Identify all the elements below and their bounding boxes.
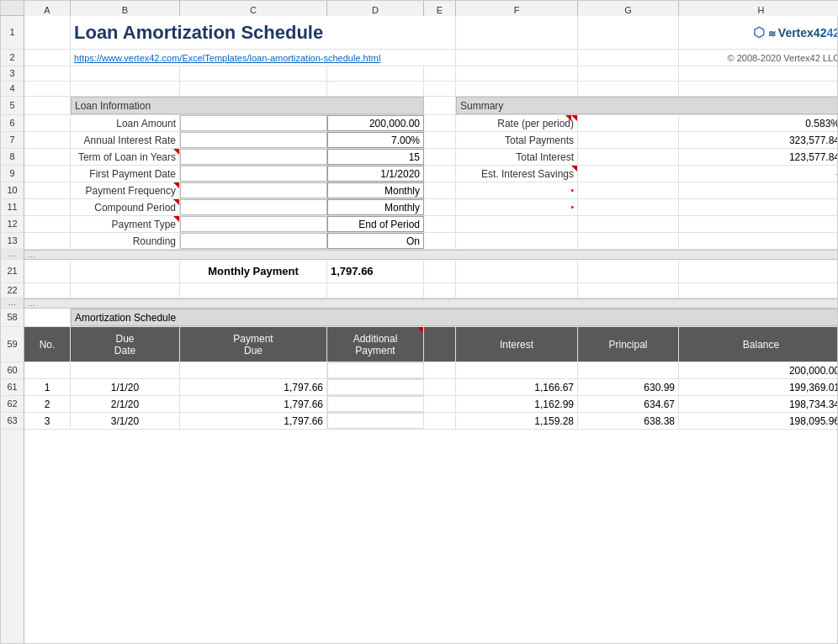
row62-interest: 1,162.99 (456, 396, 578, 412)
col-balance-header: Balance (679, 327, 837, 362)
row61-additional[interactable] (327, 379, 424, 395)
row13: Rounding On (24, 233, 837, 250)
payment-type-label: Payment Type (71, 216, 180, 232)
copyright-cell: © 2008-2020 Vertex42 LLC (679, 50, 837, 66)
row7: Annual Interest Rate 7.00% Total Payment… (24, 132, 837, 149)
row61-no: 1 (24, 379, 71, 395)
row58: Amortization Schedule (24, 309, 837, 327)
rate-value: 0.583% (679, 115, 837, 131)
col-header-h: H (679, 1, 838, 16)
annual-rate-value[interactable]: 7.00% (327, 132, 424, 148)
row63-principal: 638.38 (578, 413, 679, 429)
row63: 3 3/1/20 1,797.66 1,159.28 638.38 198,09… (24, 413, 837, 430)
row63-no: 3 (24, 413, 71, 429)
row60: 200,000.00 (24, 362, 837, 379)
est-interest-label: Est. Interest Savings (456, 166, 578, 182)
row62-additional[interactable] (327, 396, 424, 412)
monthly-payment-label: Monthly Payment (180, 260, 327, 282)
rounding-label: Rounding (71, 233, 180, 249)
col-header-f: F (456, 1, 578, 16)
payment-freq-label: Payment Frequency (71, 182, 180, 198)
row63-balance: 198,095.96 (679, 413, 837, 429)
col-header-e: E (424, 1, 456, 16)
col-no-header: No. (24, 327, 71, 362)
title-row: Loan Amortization Schedule ⬡ ≋ Vertex424… (24, 16, 837, 50)
compound-value[interactable]: Monthly (327, 199, 424, 215)
row4 (24, 82, 837, 97)
term-label: Term of Loan in Years (71, 149, 180, 165)
col-header-d: D (327, 1, 424, 16)
row62-principal: 634.67 (578, 396, 679, 412)
row9: First Payment Date 1/1/2020 Est. Interes… (24, 166, 837, 182)
monthly-payment-value: 1,797.66 (327, 260, 424, 282)
cell-f1 (456, 16, 578, 49)
logo-icon: ⬡ (753, 24, 765, 40)
col-header-a: A (24, 1, 71, 16)
row-col-corner (1, 1, 24, 16)
row10: Payment Frequency Monthly • (24, 182, 837, 199)
row61-principal: 630.99 (578, 379, 679, 395)
total-payments-value: 323,577.84 (679, 132, 837, 148)
row62: 2 2/1/20 1,797.66 1,162.99 634.67 198,73… (24, 396, 837, 413)
logo-text: ≋ Vertex4242 (768, 26, 837, 40)
rate-label: Rate (per period) (456, 115, 578, 131)
loan-info-header: Loan Information (71, 97, 424, 114)
row63-interest: 1,159.28 (456, 413, 578, 429)
first-payment-value[interactable]: 1/1/2020 (327, 166, 424, 182)
row3 (24, 66, 837, 82)
payment-freq-value[interactable]: Monthly (327, 182, 424, 198)
row22 (24, 283, 837, 298)
row63-date: 3/1/20 (71, 413, 180, 429)
amortization-header: Amortization Schedule (71, 309, 837, 326)
rounding-value[interactable]: On (327, 233, 424, 249)
first-payment-label: First Payment Date (71, 166, 180, 182)
row59-header: No. DueDate PaymentDue AdditionalPayment… (24, 327, 837, 362)
col-payment-due-header: PaymentDue (180, 327, 327, 362)
collapsed-rows-14-19: … (24, 250, 837, 260)
row-numbers: 1 2 3 4 5 6 7 8 9 10 11 12 13 … 21 22 … … (1, 16, 24, 643)
cell-g1 (578, 16, 679, 49)
col-header-g: G (578, 1, 679, 16)
cell-f2 (456, 50, 578, 66)
logo-cell: ⬡ ≋ Vertex4242 (679, 16, 837, 49)
col-additional-payment-header: AdditionalPayment (327, 327, 424, 362)
collapsed-rows-23-57: … (24, 298, 837, 309)
col-due-date-header: DueDate (71, 327, 180, 362)
col-header-b: B (71, 1, 180, 16)
row61: 1 1/1/20 1,797.66 1,166.67 630.99 199,36… (24, 379, 837, 396)
link-row: https://www.vertex42.com/ExcelTemplates/… (24, 50, 837, 66)
row61-interest: 1,166.67 (456, 379, 578, 395)
row12: Payment Type End of Period (24, 216, 837, 233)
title-cell: Loan Amortization Schedule (71, 16, 456, 49)
summary-header: Summary (456, 97, 837, 114)
annual-rate-label: Annual Interest Rate (71, 132, 180, 148)
row11: Compound Period Monthly • (24, 199, 837, 216)
row62-no: 2 (24, 396, 71, 412)
loan-amount-value[interactable]: 200,000.00 (327, 115, 424, 131)
payment-type-value[interactable]: End of Period (327, 216, 424, 232)
col-principal-header: Principal (578, 327, 679, 362)
total-payments-label: Total Payments (456, 132, 578, 148)
cell-g2 (578, 50, 679, 66)
row5: Loan Information Summary (24, 97, 837, 115)
row61-payment: 1,797.66 (180, 379, 327, 395)
row62-balance: 198,734.34 (679, 396, 837, 412)
loan-amount-label: Loan Amount (71, 115, 180, 131)
link-cell[interactable]: https://www.vertex42.com/ExcelTemplates/… (71, 50, 456, 66)
row61-balance: 199,369.01 (679, 379, 837, 395)
row8: Term of Loan in Years 15 Total Interest … (24, 149, 837, 166)
term-value[interactable]: 15 (327, 149, 424, 165)
cell-a1 (24, 16, 71, 49)
total-interest-value: 123,577.84 (679, 149, 837, 165)
cell-a2 (24, 50, 71, 66)
compound-label: Compound Period (71, 199, 180, 215)
row21: Monthly Payment 1,797.66 (24, 260, 837, 283)
row61-date: 1/1/20 (71, 379, 180, 395)
row63-additional[interactable] (327, 413, 424, 429)
initial-balance: 200,000.00 (679, 362, 837, 378)
row63-payment: 1,797.66 (180, 413, 327, 429)
col-interest-header: Interest (456, 327, 578, 362)
row62-payment: 1,797.66 (180, 396, 327, 412)
total-interest-label: Total Interest (456, 149, 578, 165)
row6: Loan Amount 200,000.00 Rate (per period)… (24, 115, 837, 132)
